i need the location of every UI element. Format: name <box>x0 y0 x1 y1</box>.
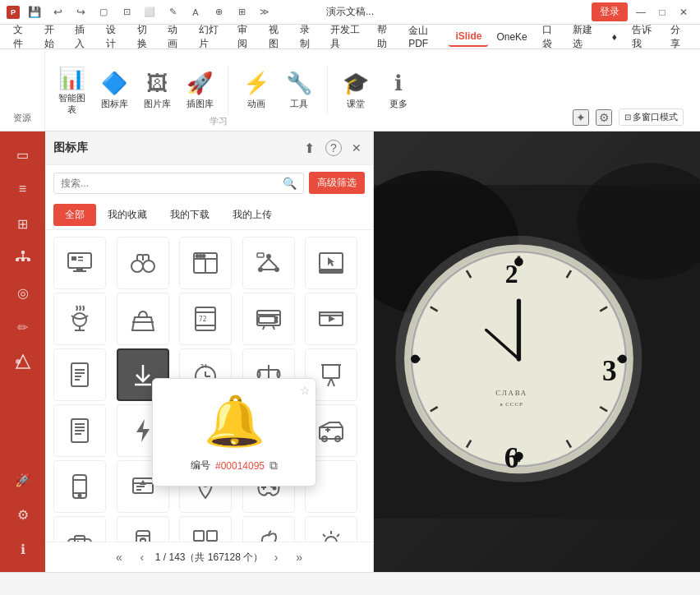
content-area: 2 3 6 СЛАВА в СССР <box>374 131 700 572</box>
svg-rect-95 <box>68 539 91 542</box>
icon-cell-apple[interactable] <box>242 516 295 542</box>
search-icon[interactable]: 🔍 <box>283 177 297 190</box>
icon-cell-phonelock[interactable] <box>117 516 169 542</box>
sidebar-icon-shape[interactable] <box>7 345 39 378</box>
icon-cell-network[interactable] <box>242 237 295 289</box>
redo-btn[interactable]: ↪ <box>71 4 90 21</box>
smart-chart-label: 智能图表 <box>57 93 86 114</box>
save-btn[interactable]: 💾 <box>25 4 44 21</box>
menu-islide[interactable]: iSlide <box>449 27 488 47</box>
svg-marker-47 <box>329 316 335 322</box>
icon-cell-sun[interactable] <box>305 516 357 542</box>
menu-bar: 文件 开始 插入 设计 切换 动画 幻灯片 审阅 视图 录制 开发工具 帮助 金… <box>0 25 700 49</box>
icon-cell-bag[interactable] <box>117 293 169 345</box>
help-icon[interactable]: ? <box>325 140 342 156</box>
sidebar-icon-rocket[interactable]: 🚀 <box>7 464 39 496</box>
icon-cell-monitor[interactable] <box>53 237 106 289</box>
sidebar-icon-settings[interactable]: ⚙ <box>7 498 39 531</box>
icon-cell-tv[interactable] <box>242 293 295 345</box>
ribbon-animation[interactable]: ⚡ 动画 <box>238 67 274 113</box>
cat-tab-favorites[interactable]: 我的收藏 <box>96 204 159 226</box>
upload-icon[interactable]: ⬆ <box>299 138 319 158</box>
menu-oneke[interactable]: OneKe <box>490 28 533 46</box>
icon-cell-binoculars[interactable] <box>117 237 169 289</box>
svg-text:24: 24 <box>200 363 207 369</box>
minimize-btn[interactable]: — <box>631 4 651 21</box>
cat-tab-all[interactable]: 全部 <box>53 204 96 226</box>
tools-label: 工具 <box>290 99 308 109</box>
login-button[interactable]: 登录 <box>592 2 628 21</box>
ribbon-classroom[interactable]: 🎓 课堂 <box>338 67 374 113</box>
tools-icon: 🔧 <box>286 71 312 97</box>
ribbon-smart-chart[interactable]: 📊 智能图表 <box>53 62 90 118</box>
main-area: ▭ ≡ ⊞ ◎ ✏ 🚀 ⚙ ℹ 图标库 <box>0 131 700 572</box>
sidebar-icon-tree[interactable] <box>7 242 39 274</box>
ribbon-tools[interactable]: 🔧 工具 <box>281 67 317 113</box>
svg-rect-10 <box>78 256 83 258</box>
prev-page-btn[interactable]: ‹ <box>132 547 152 567</box>
search-input[interactable] <box>61 178 283 189</box>
copy-icon[interactable]: ⧉ <box>269 459 278 473</box>
close-panel-icon[interactable]: ✕ <box>348 140 365 156</box>
cat-tab-uploads[interactable]: 我的上传 <box>221 204 283 226</box>
icon-cell-play[interactable] <box>305 293 357 345</box>
tool1-btn[interactable]: ▢ <box>94 4 113 21</box>
svg-line-114 <box>337 534 339 537</box>
sidebar-icon-layout[interactable]: ⊞ <box>7 207 39 240</box>
status-bar <box>0 572 700 595</box>
ribbon-icon-lib[interactable]: 🔷 图标库 <box>96 67 132 113</box>
ribbon-content: 📊 智能图表 🔷 图标库 🖼 图片库 🚀 插图库 ⚡ 动画 🔧 工具 🎓 课堂 <box>45 49 700 131</box>
tool6-btn[interactable]: ⊕ <box>209 4 228 21</box>
ribbon-image-lib[interactable]: 🖼 图片库 <box>139 67 175 113</box>
icon-cell-gridlayout[interactable] <box>179 516 232 542</box>
undo-btn[interactable]: ↩ <box>48 4 67 21</box>
close-btn[interactable]: ✕ <box>674 4 693 21</box>
maximize-btn[interactable]: □ <box>652 4 672 21</box>
sidebar-icon-paint[interactable]: ✏ <box>7 311 39 344</box>
icon-cell-bbq[interactable] <box>53 293 106 345</box>
svg-rect-103 <box>194 531 204 541</box>
tool7-btn[interactable]: ⊞ <box>232 4 251 21</box>
svg-point-107 <box>325 537 337 542</box>
sidebar-icon-slides[interactable]: ▭ <box>7 138 39 171</box>
settings-icon1[interactable]: ✦ <box>573 109 589 126</box>
title-bar-left: P 💾 ↩ ↪ ▢ ⊡ ⬜ ✎ A ⊕ ⊞ ≫ <box>7 4 274 21</box>
pagination: « ‹ 1 / 143（共 167128 个） › » <box>45 542 373 572</box>
panel-header-icons: ⬆ ? ✕ <box>299 138 365 158</box>
ribbon-illustration-lib[interactable]: 🚀 插图库 <box>182 67 218 113</box>
svg-point-14 <box>131 261 143 272</box>
tool3-btn[interactable]: ⬜ <box>140 4 159 21</box>
sidebar-icon-animation[interactable]: ◎ <box>7 276 39 309</box>
svg-rect-104 <box>207 531 217 541</box>
icon-cell-window[interactable] <box>179 237 232 289</box>
first-page-btn[interactable]: « <box>109 547 129 567</box>
search-row: 🔍 高级筛选 <box>45 165 373 201</box>
settings-icon2[interactable]: ⚙ <box>596 109 612 126</box>
icon-lib-label: 图标库 <box>101 99 128 109</box>
icon-cell-textdoc[interactable] <box>53 404 106 457</box>
tool4-btn[interactable]: ✎ <box>163 4 182 21</box>
menu-diamond[interactable]: ♦ <box>606 28 624 46</box>
last-page-btn[interactable]: » <box>289 547 309 567</box>
ribbon-more[interactable]: ℹ 更多 <box>380 67 417 113</box>
icon-cell-phone[interactable] <box>53 460 106 513</box>
tool5-btn[interactable]: A <box>186 4 205 21</box>
icon-cell-cursor[interactable] <box>305 237 357 289</box>
tool2-btn[interactable]: ⊡ <box>117 4 136 21</box>
star-icon[interactable]: ☆ <box>300 384 311 397</box>
smart-chart-icon: 📊 <box>58 65 85 91</box>
svg-point-84 <box>79 495 81 497</box>
advanced-filter-btn[interactable]: 高级筛选 <box>309 172 365 194</box>
tooltip-icon: 🔔 <box>204 392 265 450</box>
icon-cell-bandage[interactable] <box>53 516 106 542</box>
multi-window-btn[interactable]: ⊡ 多窗口模式 <box>619 108 684 126</box>
next-page-btn[interactable]: › <box>266 547 286 567</box>
icon-cell-doclist[interactable] <box>53 348 106 401</box>
sidebar-icon-outline[interactable]: ≡ <box>7 173 39 205</box>
tool8-btn[interactable]: ≫ <box>255 4 274 21</box>
icon-cell-device[interactable]: 72 <box>179 293 232 345</box>
svg-rect-12 <box>76 268 83 270</box>
cat-tab-downloads[interactable]: 我的下载 <box>159 204 221 226</box>
menu-pdf[interactable]: 金山PDF <box>402 21 447 53</box>
sidebar-icon-info[interactable]: ℹ <box>7 533 39 565</box>
